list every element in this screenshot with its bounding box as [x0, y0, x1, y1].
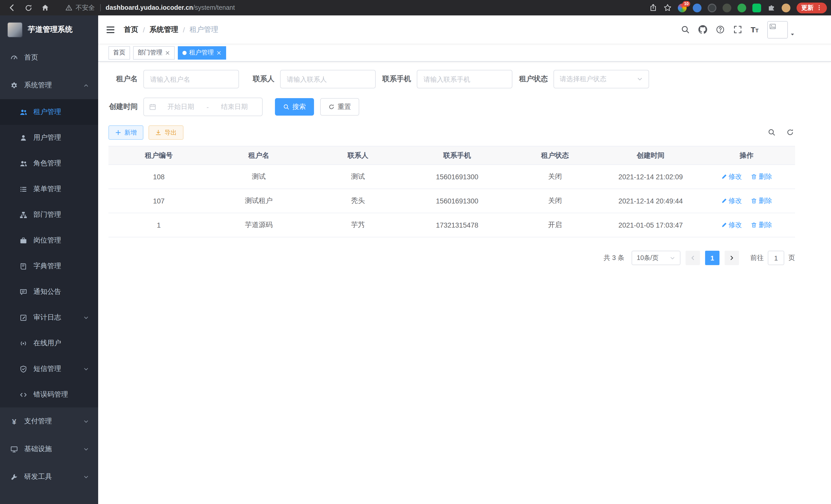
font-size-icon[interactable]: TT — [751, 26, 758, 33]
extensions-puzzle-icon[interactable] — [767, 4, 775, 12]
document-edit-icon — [20, 314, 27, 321]
sidebar-item-post[interactable]: 岗位管理 — [0, 228, 98, 253]
user-avatar-dropdown[interactable] — [767, 21, 795, 38]
sidebar-item-menu[interactable]: 菜单管理 — [0, 176, 98, 202]
sidebar-item-audit-log[interactable]: 审计日志 — [0, 305, 98, 330]
browser-back-button[interactable] — [8, 4, 16, 12]
tab-tenant[interactable]: 租户管理 — [178, 46, 226, 59]
refresh-table-button[interactable] — [786, 128, 794, 136]
sidebar-item-dev-tools[interactable]: 研发工具 — [0, 463, 98, 491]
extension-icon-4[interactable] — [722, 3, 731, 12]
extension-icon-3[interactable] — [708, 3, 716, 12]
edit-link[interactable]: 修改 — [721, 196, 742, 206]
tenant-name-input[interactable] — [143, 70, 239, 88]
fullscreen-icon[interactable] — [733, 25, 742, 34]
address-bar[interactable]: dashboard.yudao.iocoder.cn/system/tenant — [106, 4, 235, 11]
tab-close-icon[interactable] — [165, 50, 170, 55]
prev-page-button[interactable] — [686, 251, 700, 265]
breadcrumb-home[interactable]: 首页 — [124, 25, 138, 34]
extension-icon-5[interactable] — [738, 3, 746, 12]
goto-page-input[interactable] — [768, 251, 784, 265]
extension-icon-6[interactable] — [752, 3, 761, 12]
browser-update-button[interactable]: 更新 — [797, 2, 827, 13]
cell-actions: 修改 删除 — [698, 165, 795, 189]
sidebar-item-label: 通知公告 — [33, 287, 61, 296]
share-icon[interactable] — [649, 4, 657, 12]
delete-link[interactable]: 删除 — [751, 196, 772, 206]
sidebar-item-payment[interactable]: ¥ 支付管理 — [0, 407, 98, 435]
chevron-down-icon — [83, 315, 89, 320]
edit-link[interactable]: 修改 — [721, 172, 742, 181]
url-host: dashboard.yudao.iocoder.cn — [106, 4, 193, 11]
delete-link[interactable]: 删除 — [751, 172, 772, 181]
export-button[interactable]: 导出 — [148, 125, 183, 140]
breadcrumb-system[interactable]: 系统管理 — [149, 25, 178, 34]
cell-status: 开启 — [507, 213, 603, 237]
page-content: 租户名 联系人 联系手机 租户状态 — [98, 62, 831, 504]
shield-icon — [20, 365, 27, 373]
sidebar-item-user[interactable]: 用户管理 — [0, 125, 98, 151]
tab-close-icon[interactable] — [217, 50, 222, 55]
trash-icon — [751, 198, 757, 204]
extension-icon-2[interactable] — [693, 3, 701, 12]
page-size-select[interactable]: 10条/页 — [632, 251, 681, 265]
chevron-down-icon — [83, 446, 89, 452]
page-number-1[interactable]: 1 — [705, 251, 719, 265]
site-security-indicator[interactable]: 不安全 — [65, 3, 95, 12]
phone-input[interactable] — [417, 70, 512, 88]
header-search-icon[interactable] — [681, 25, 689, 34]
browser-reload-button[interactable] — [25, 4, 32, 11]
contact-input[interactable] — [280, 70, 376, 88]
tab-dept[interactable]: 部门管理 — [133, 46, 175, 59]
browser-profile-avatar[interactable] — [782, 3, 791, 12]
contact-label: 联系人 — [245, 75, 275, 84]
bookmark-star-icon[interactable] — [663, 4, 672, 12]
logo-image — [7, 22, 23, 37]
status-select[interactable]: 请选择租户状态 — [553, 70, 649, 88]
sidebar-item-error-code[interactable]: 错误码管理 — [0, 382, 98, 407]
sidebar-item-label: 用户管理 — [33, 133, 61, 142]
reset-button[interactable]: 重置 — [320, 98, 359, 116]
chevron-up-icon — [83, 83, 89, 88]
pencil-icon — [721, 174, 727, 180]
breadcrumb-separator: / — [183, 25, 185, 34]
help-icon[interactable] — [716, 25, 724, 34]
sidebar-item-infrastructure[interactable]: 基础设施 — [0, 435, 98, 463]
create-time-range-picker[interactable]: 开始日期 - 结束日期 — [143, 98, 263, 116]
column-header-contact: 联系人 — [308, 146, 407, 165]
export-button-label: 导出 — [165, 128, 177, 137]
sidebar-item-dict[interactable]: 字典管理 — [0, 253, 98, 279]
cell-contact: 测试 — [308, 165, 407, 189]
edit-link[interactable]: 修改 — [721, 220, 742, 230]
sidebar-item-role[interactable]: 角色管理 — [0, 151, 98, 176]
extension-icon-1[interactable]: 10 — [678, 3, 687, 12]
cell-created: 2021-01-05 17:03:47 — [603, 213, 698, 237]
sidebar-item-home[interactable]: 首页 — [0, 44, 98, 71]
sidebar-item-notice[interactable]: 通知公告 — [0, 279, 98, 305]
pencil-icon — [721, 198, 727, 204]
sidebar-item-system[interactable]: 系统管理 — [0, 71, 98, 99]
sidebar-item-dept[interactable]: 部门管理 — [0, 202, 98, 228]
tab-label: 部门管理 — [138, 48, 163, 57]
tab-home[interactable]: 首页 — [109, 46, 130, 59]
sidebar-item-tenant[interactable]: 租户管理 — [0, 99, 98, 125]
sidebar-item-online-user[interactable]: 在线用户 — [0, 330, 98, 356]
monitor-icon — [10, 445, 18, 453]
sidebar-collapse-button[interactable] — [106, 25, 115, 34]
cell-contact: 秃头 — [308, 189, 407, 213]
column-header-created: 创建时间 — [603, 146, 698, 165]
toggle-search-button[interactable] — [768, 128, 775, 136]
github-icon[interactable] — [698, 25, 707, 34]
plus-icon — [115, 129, 121, 136]
column-header-status: 租户状态 — [507, 146, 603, 165]
cell-created: 2021-12-14 20:49:44 — [603, 189, 698, 213]
delete-link[interactable]: 删除 — [751, 220, 772, 230]
search-button[interactable]: 搜索 — [275, 98, 314, 116]
message-icon — [20, 288, 27, 296]
logo[interactable]: 芋道管理系统 — [0, 16, 98, 44]
add-button[interactable]: 新增 — [109, 125, 143, 140]
download-icon — [155, 129, 161, 136]
browser-home-button[interactable] — [41, 4, 49, 12]
next-page-button[interactable] — [725, 251, 739, 265]
sidebar-item-sms[interactable]: 短信管理 — [0, 356, 98, 382]
